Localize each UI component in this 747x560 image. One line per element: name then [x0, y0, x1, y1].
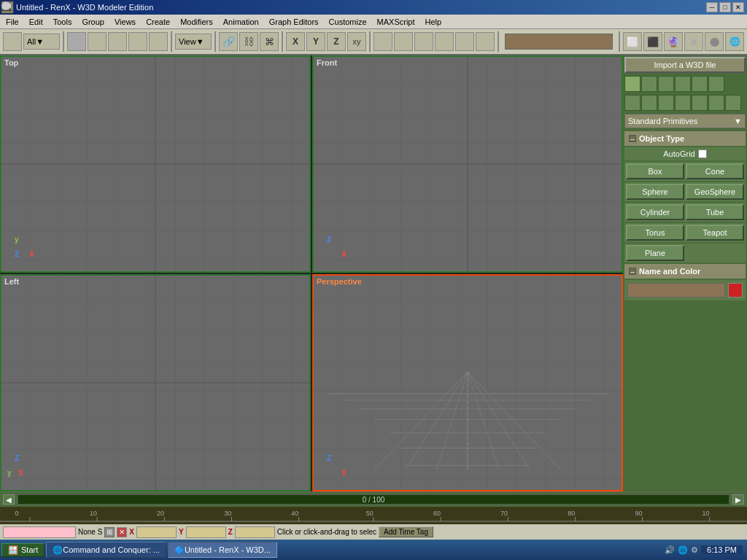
svg-text:60: 60 — [433, 510, 441, 517]
svg-text:10: 10 — [703, 510, 710, 517]
ruler: 0 10 20 30 40 50 60 70 80 90 1 — [0, 507, 747, 524]
maxscript-icon: 🔷 — [174, 545, 185, 555]
right-panel: Import a W3D file ● ⚙ ⧖ ◈ ✦ — [623, 55, 747, 491]
start-button[interactable]: 🪟 Start — [1, 543, 44, 557]
tray-icon-1: 🔊 — [665, 545, 675, 555]
panel-secondary-tabs: ○ ☀ ⊕ ≋ ⊞ — [624, 95, 746, 111]
progress-label: 0 / 100 — [363, 496, 385, 504]
viewport-top-label: Top — [4, 58, 18, 67]
main-layout: Top y Z X Front Z X — [0, 55, 747, 491]
svg-text:50: 50 — [366, 510, 374, 517]
clock: 6:13 PM — [701, 545, 743, 554]
svg-text:40: 40 — [291, 510, 298, 517]
viewport-left-label: Left — [4, 277, 19, 286]
taskbar-item-1[interactable]: 🔷 Untitled - RenX - W3D... — [168, 542, 277, 558]
viewport-perspective-label: Perspective — [317, 277, 362, 286]
tray-icon-2: 🌐 — [678, 545, 688, 555]
taskbar-item-0-label: Command and Conquer: ... — [63, 545, 160, 554]
svg-text:80: 80 — [568, 510, 575, 517]
svg-text:20: 20 — [157, 510, 164, 517]
svg-text:0: 0 — [15, 510, 18, 517]
ie-icon: 🌐 — [53, 545, 63, 555]
svg-text:10: 10 — [90, 510, 97, 517]
timeline-area: ◀ 0 / 100 ▶ 0 10 20 30 40 50 — [0, 491, 747, 524]
taskbar: 🪟 Start 🌐 Command and Conquer: ... 🔷 Unt… — [0, 540, 747, 560]
svg-text:30: 30 — [224, 510, 231, 517]
panel-tab-systems[interactable]: ⊞ — [725, 95, 741, 111]
svg-text:70: 70 — [500, 510, 508, 517]
progress-bar[interactable]: 0 / 100 — [18, 494, 729, 505]
viewport-front-label: Front — [317, 58, 337, 67]
svg-text:90: 90 — [635, 510, 642, 517]
start-icon: 🪟 — [8, 545, 18, 555]
taskbar-item-0[interactable]: 🌐 Command and Conquer: ... — [46, 542, 166, 558]
taskbar-item-1-label: Untitled - RenX - W3D... — [185, 545, 271, 554]
system-tray: 🔊 🌐 ⚙ 6:13 PM — [662, 545, 746, 555]
tray-icon-3: ⚙ — [691, 545, 698, 555]
